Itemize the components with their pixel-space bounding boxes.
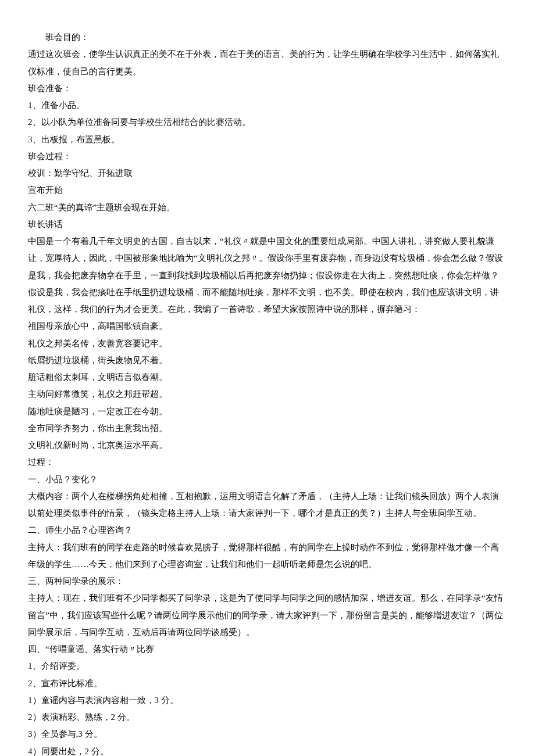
section-2-heading: 二、师生小品？心理咨询？ xyxy=(28,522,507,539)
monitor-speech-body: 中国是一个有着几千年文明史的古国，自古以来，“礼仪〃就是中国文化的重要组成局部。… xyxy=(28,233,507,318)
poem-line-7: 全市同学齐努力，你出主意我出招。 xyxy=(28,420,507,437)
heading-purpose: 班会目的： xyxy=(28,29,507,46)
criteria-2: 2）表演精彩、熟练，2 分。 xyxy=(28,709,507,726)
announce-start: 宣布开始 xyxy=(28,182,507,199)
criteria-4: 4）同要出处，2 分。 xyxy=(28,743,507,757)
poem-line-4: 脏话粗俗太刺耳，文明语言似春潮。 xyxy=(28,369,507,386)
poem-line-1: 祖国母亲放心中，高唱国歌镇自豪。 xyxy=(28,318,507,335)
heading-guocheng: 过程： xyxy=(28,454,507,471)
section-1-body: 大概内容：两个人在楼梯拐角处相撞，互相抱歉，运用文明语言化解了矛盾，（主持人上场… xyxy=(28,488,507,522)
motto-line: 校训：勤学守纪、开拓进取 xyxy=(28,165,507,182)
poem-line-8: 文明礼仪新时尚，北京奥运水平高。 xyxy=(28,437,507,454)
poem-line-2: 礼仪之邦美名传，友善宽容要记牢。 xyxy=(28,335,507,352)
judge-item-1: 1、介绍评委。 xyxy=(28,658,507,675)
section-3-body: 主持人：现在，我们班有不少同学都买了同学录，这是为了使同学与同学之间的感情加深，… xyxy=(28,590,507,641)
heading-process: 班会过程： xyxy=(28,148,507,165)
heading-preparation: 班会准备： xyxy=(28,80,507,97)
prep-item-2: 2、以小队为单位准备同要与学校生活相结合的比赛活动。 xyxy=(28,114,507,131)
judge-item-2: 2、宣布评比标准。 xyxy=(28,675,507,692)
poem-line-5: 主动问好常微笑，礼仪之邦赶帮超。 xyxy=(28,386,507,403)
prep-item-1: 1、准备小品。 xyxy=(28,97,507,114)
prep-item-3: 3、出板报，布置黑板。 xyxy=(28,131,507,148)
poem-line-3: 纸屑扔进垃圾桶，街头废物见不着。 xyxy=(28,352,507,369)
paragraph-purpose-body: 通过这次班会，使学生认识真正的美不在于外表，而在于美的语言、美的行为，让学生明确… xyxy=(28,46,507,80)
poem-line-6: 随地吐痰是陋习，一定改正在今朝。 xyxy=(28,403,507,420)
criteria-1: 1）童谣内容与表演内容相一致，3 分。 xyxy=(28,692,507,709)
section-3-heading: 三、两种同学录的展示： xyxy=(28,573,507,590)
section-1-heading: 一、小品？变化？ xyxy=(28,471,507,488)
section-2-body: 主持人：我们班有的同学在走路的时候喜欢晃膀子，觉得那样很酷，有的同学在上操时动作… xyxy=(28,539,507,574)
criteria-3: 3）全员参与,3 分。 xyxy=(28,726,507,743)
monitor-speech-heading: 班长讲话 xyxy=(28,216,507,233)
class-start-line: 六二班“美的真谛”主题班会现在开始。 xyxy=(28,199,507,216)
section-4-heading: 四、“传唱童谣、落实行动〃比赛 xyxy=(28,641,507,658)
